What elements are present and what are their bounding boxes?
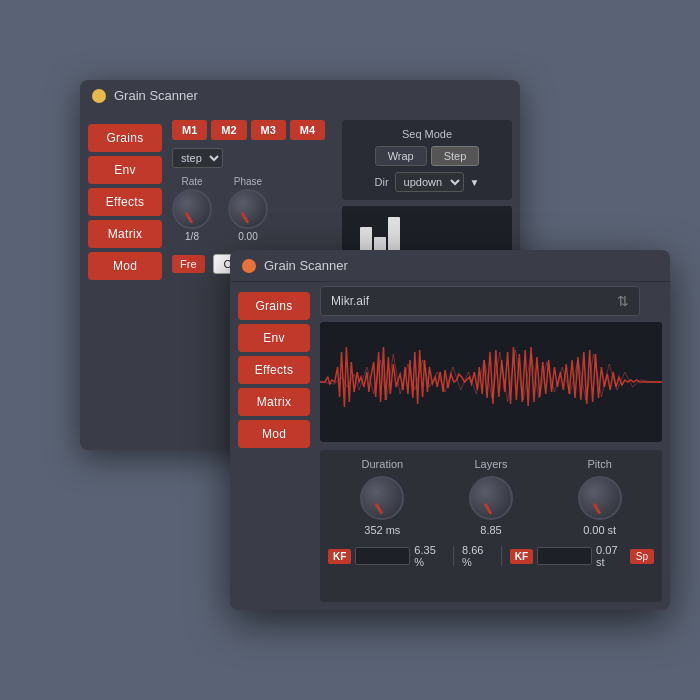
- phase-knob[interactable]: [228, 189, 268, 229]
- kf2-value-display: 0.07 st: [596, 544, 626, 568]
- duration-label: Duration: [328, 458, 437, 470]
- back-sidebar: Grains Env Effects Matrix Mod: [80, 120, 170, 284]
- nav-matrix-front[interactable]: Matrix: [238, 388, 310, 416]
- nav-grains-front[interactable]: Grains: [238, 292, 310, 320]
- dir-row: Dir updown up down ▼: [350, 172, 504, 192]
- dir-select[interactable]: updown up down: [395, 172, 464, 192]
- params-footer: KF 6.35 % 8.66 % KF 0.07 st Sp: [328, 544, 654, 568]
- layers-value: 8.85: [437, 524, 546, 536]
- dir-label: Dir: [375, 176, 389, 188]
- nav-env-back[interactable]: Env: [88, 156, 162, 184]
- footer-divider-1: [453, 546, 454, 566]
- front-sidebar: Grains Env Effects Matrix Mod: [230, 286, 318, 454]
- params-knobs: [328, 476, 654, 520]
- m4-button[interactable]: M4: [290, 120, 325, 140]
- nav-effects-front[interactable]: Effects: [238, 356, 310, 384]
- seq-mode-buttons: Wrap Step: [350, 146, 504, 166]
- dir-arrow-icon: ▼: [470, 177, 480, 188]
- nav-matrix-back[interactable]: Matrix: [88, 220, 162, 248]
- kf1-value-display: 6.35 %: [414, 544, 445, 568]
- m1-button[interactable]: M1: [172, 120, 207, 140]
- window-dot-front[interactable]: [242, 259, 256, 273]
- kf2-badge: KF: [510, 549, 533, 564]
- params-header: Duration Layers Pitch: [328, 458, 654, 470]
- front-window: Grain Scanner Grains Env Effects Matrix …: [230, 250, 670, 610]
- nav-mod-back[interactable]: Mod: [88, 252, 162, 280]
- nav-grains-back[interactable]: Grains: [88, 124, 162, 152]
- phase-label: Phase: [234, 176, 262, 187]
- nav-effects-back[interactable]: Effects: [88, 188, 162, 216]
- rate-group: Rate 1/8: [172, 176, 212, 242]
- file-selector[interactable]: Mikr.aif ⇅: [320, 286, 640, 316]
- rate-value: 1/8: [185, 231, 199, 242]
- duration-knob[interactable]: [360, 476, 404, 520]
- step-dropdown[interactable]: step: [172, 148, 223, 168]
- rate-knob[interactable]: [172, 189, 212, 229]
- pitch-knob[interactable]: [578, 476, 622, 520]
- kf2-input[interactable]: [537, 547, 592, 565]
- back-window-title: Grain Scanner: [114, 88, 198, 103]
- freq-button[interactable]: Fre: [172, 255, 205, 273]
- phase-value: 0.00: [238, 231, 257, 242]
- footer-divider-2: [501, 546, 502, 566]
- params-section: Duration Layers Pitch 352 ms 8.85 0.00 s…: [320, 450, 662, 602]
- back-title-bar: Grain Scanner: [80, 80, 520, 111]
- file-name: Mikr.aif: [331, 294, 369, 308]
- kf1-input[interactable]: [355, 547, 410, 565]
- sp-button[interactable]: Sp: [630, 549, 654, 564]
- phase-group: Phase 0.00: [228, 176, 268, 242]
- front-title-bar: Grain Scanner: [230, 250, 670, 282]
- window-dot-back[interactable]: [92, 89, 106, 103]
- rate-label: Rate: [181, 176, 202, 187]
- layers-label: Layers: [437, 458, 546, 470]
- waveform-svg: [320, 322, 662, 442]
- step-mode-button[interactable]: Step: [431, 146, 480, 166]
- nav-mod-front[interactable]: Mod: [238, 420, 310, 448]
- nav-env-front[interactable]: Env: [238, 324, 310, 352]
- wrap-button[interactable]: Wrap: [375, 146, 427, 166]
- m2-button[interactable]: M2: [211, 120, 246, 140]
- seq-mode-label: Seq Mode: [350, 128, 504, 140]
- pitch-value: 0.00 st: [545, 524, 654, 536]
- front-window-title: Grain Scanner: [264, 258, 348, 273]
- layers-knob[interactable]: [469, 476, 513, 520]
- params-values: 352 ms 8.85 0.00 st: [328, 524, 654, 536]
- duration-value: 352 ms: [328, 524, 437, 536]
- m3-button[interactable]: M3: [251, 120, 286, 140]
- file-arrows-icon: ⇅: [617, 293, 629, 309]
- val2-display: 8.66 %: [462, 544, 493, 568]
- kf1-badge: KF: [328, 549, 351, 564]
- pitch-label: Pitch: [545, 458, 654, 470]
- waveform-display: [320, 322, 662, 442]
